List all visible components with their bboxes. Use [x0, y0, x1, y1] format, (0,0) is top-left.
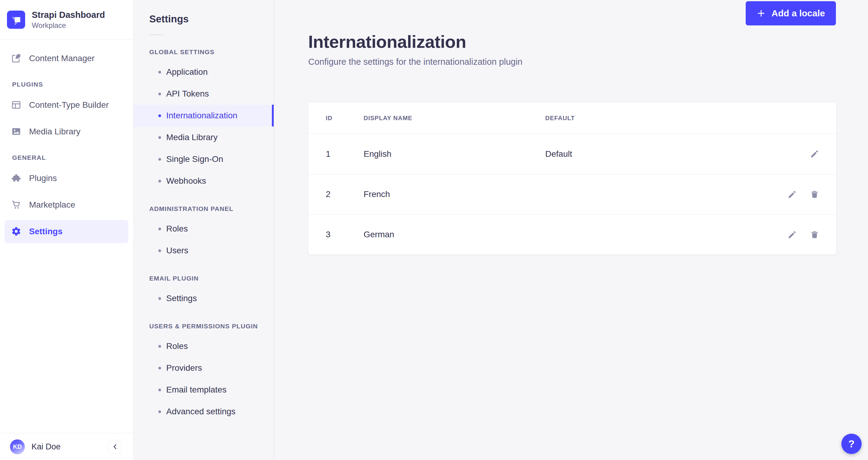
- subnav-item-label: API Tokens: [166, 89, 209, 99]
- header-display-name: DISPLAY NAME: [364, 115, 545, 122]
- subnav-group-label-users-permissions-plugin: USERS & PERMISSIONS PLUGIN: [149, 323, 274, 330]
- brand-title: Strapi Dashboard: [32, 10, 105, 20]
- content-type-builder-icon: [11, 100, 21, 110]
- subnav-item-global-settings-webhooks[interactable]: Webhooks: [133, 170, 274, 192]
- subnav-group-label-administration-panel: ADMINISTRATION PANEL: [149, 205, 274, 212]
- bullet-icon: [158, 180, 161, 183]
- bullet-icon: [158, 389, 161, 391]
- cell-display-name: English: [364, 149, 545, 159]
- subnav-item-global-settings-internationalization[interactable]: Internationalization: [133, 105, 274, 127]
- page-title: Internationalization: [308, 31, 836, 52]
- subnav-item-users-permissions-plugin-email-templates[interactable]: Email templates: [133, 379, 274, 401]
- sidebar-item-label: Content-Type Builder: [29, 100, 109, 110]
- bullet-icon: [158, 158, 161, 161]
- workspace-brand[interactable]: Strapi Dashboard Workplace: [0, 0, 133, 40]
- subnav-item-users-permissions-plugin-advanced-settings[interactable]: Advanced settings: [133, 401, 274, 423]
- cell-id: 1: [308, 149, 364, 159]
- locales-table-card: ID DISPLAY NAME DEFAULT 1EnglishDefault2…: [308, 103, 836, 255]
- subnav-divider: [149, 34, 164, 35]
- sidebar-item-settings[interactable]: Settings: [4, 220, 128, 243]
- plugins-icon: [11, 173, 21, 183]
- content-manager-icon: [11, 53, 21, 63]
- trash-icon: [810, 190, 819, 199]
- subnav-item-label: Roles: [166, 341, 188, 351]
- subnav-item-global-settings-single-sign-on[interactable]: Single Sign-On: [133, 148, 274, 170]
- edit-locale-button[interactable]: [810, 149, 819, 159]
- strapi-logo-icon: [7, 10, 25, 29]
- plus-icon: [756, 9, 766, 18]
- subnav-item-email-plugin-settings[interactable]: Settings: [133, 288, 274, 309]
- trash-icon: [810, 230, 819, 239]
- cell-default: Default: [545, 149, 745, 159]
- brand-subtitle: Workplace: [32, 21, 105, 30]
- table-header-row: ID DISPLAY NAME DEFAULT: [308, 103, 836, 134]
- subnav-item-global-settings-application[interactable]: Application: [133, 61, 274, 83]
- subnav-item-label: Roles: [166, 224, 188, 234]
- sidebar-item-content-type-builder[interactable]: Content-Type Builder: [4, 94, 128, 117]
- subnav-item-label: Providers: [166, 363, 202, 373]
- cell-id: 2: [308, 190, 364, 199]
- delete-locale-button[interactable]: [810, 190, 819, 199]
- avatar: KD: [10, 439, 25, 454]
- cell-id: 3: [308, 230, 364, 239]
- subnav-item-administration-panel-roles[interactable]: Roles: [133, 218, 274, 240]
- subnav-group-label-global-settings: GLOBAL SETTINGS: [149, 48, 274, 56]
- edit-locale-button[interactable]: [787, 190, 797, 199]
- subnav-item-label: Webhooks: [166, 176, 206, 186]
- subnav-item-label: Advanced settings: [166, 407, 236, 417]
- bullet-icon: [158, 114, 161, 117]
- cell-actions: [745, 230, 836, 239]
- bullet-icon: [158, 250, 161, 252]
- bullet-icon: [158, 345, 161, 348]
- subnav-item-label: Internationalization: [166, 111, 237, 121]
- header-default: DEFAULT: [545, 115, 745, 122]
- table-row-french[interactable]: 2French: [308, 174, 836, 214]
- subnav-item-label: Email templates: [166, 385, 226, 395]
- cell-display-name: French: [364, 190, 545, 199]
- table-row-german[interactable]: 3German: [308, 214, 836, 255]
- sidebar-item-label: Settings: [29, 227, 62, 236]
- page-header: Internationalization Configure the setti…: [274, 0, 868, 67]
- sidebar-item-label: Media Library: [29, 127, 81, 136]
- sidebar-item-plugins[interactable]: Plugins: [4, 167, 128, 190]
- cell-actions: [745, 190, 836, 199]
- add-locale-button[interactable]: Add a locale: [746, 1, 836, 25]
- edit-locale-button[interactable]: [787, 230, 797, 239]
- bullet-icon: [158, 93, 161, 95]
- sidebar-section-label-general: GENERAL: [12, 154, 133, 161]
- add-locale-label: Add a locale: [771, 8, 825, 19]
- subnav-item-users-permissions-plugin-roles[interactable]: Roles: [133, 335, 274, 357]
- sidebar-item-label: Marketplace: [29, 200, 75, 210]
- subnav-groups: GLOBAL SETTINGSApplicationAPI TokensInte…: [133, 48, 274, 423]
- subnav-item-users-permissions-plugin-providers[interactable]: Providers: [133, 357, 274, 379]
- help-button[interactable]: ?: [841, 434, 862, 454]
- subnav-item-global-settings-media-library[interactable]: Media Library: [133, 127, 274, 148]
- bullet-icon: [158, 367, 161, 369]
- table-row-english[interactable]: 1EnglishDefault: [308, 134, 836, 174]
- settings-subnav: Settings GLOBAL SETTINGSApplicationAPI T…: [133, 0, 274, 460]
- sidebar-section-label-plugins: PLUGINS: [12, 81, 133, 88]
- subnav-title: Settings: [149, 13, 274, 25]
- sidebar-item-label: Plugins: [29, 173, 57, 183]
- subnav-group-label-email-plugin: EMAIL PLUGIN: [149, 275, 274, 282]
- pencil-icon: [787, 190, 797, 199]
- cell-display-name: German: [364, 230, 545, 239]
- sidebar-item-media-library[interactable]: Media Library: [4, 120, 128, 143]
- sidebar-item-marketplace[interactable]: Marketplace: [4, 193, 128, 217]
- subnav-item-administration-panel-users[interactable]: Users: [133, 240, 274, 261]
- bullet-icon: [158, 410, 161, 413]
- sidebar-nav: Content ManagerPLUGINSContent-Type Build…: [0, 40, 133, 433]
- subnav-item-label: Settings: [166, 294, 197, 303]
- subnav-item-global-settings-api-tokens[interactable]: API Tokens: [133, 83, 274, 105]
- delete-locale-button[interactable]: [810, 230, 819, 239]
- subnav-item-label: Media Library: [166, 133, 218, 142]
- bullet-icon: [158, 136, 161, 139]
- bullet-icon: [158, 228, 161, 230]
- bullet-icon: [158, 297, 161, 300]
- user-name: Kai Doe: [31, 442, 101, 452]
- sidebar-item-content-manager[interactable]: Content Manager: [4, 47, 128, 70]
- main-content: Internationalization Configure the setti…: [274, 0, 868, 460]
- collapse-sidebar-button[interactable]: [108, 440, 122, 454]
- chevron-left-icon: [111, 443, 119, 451]
- subnav-item-label: Single Sign-On: [166, 154, 223, 164]
